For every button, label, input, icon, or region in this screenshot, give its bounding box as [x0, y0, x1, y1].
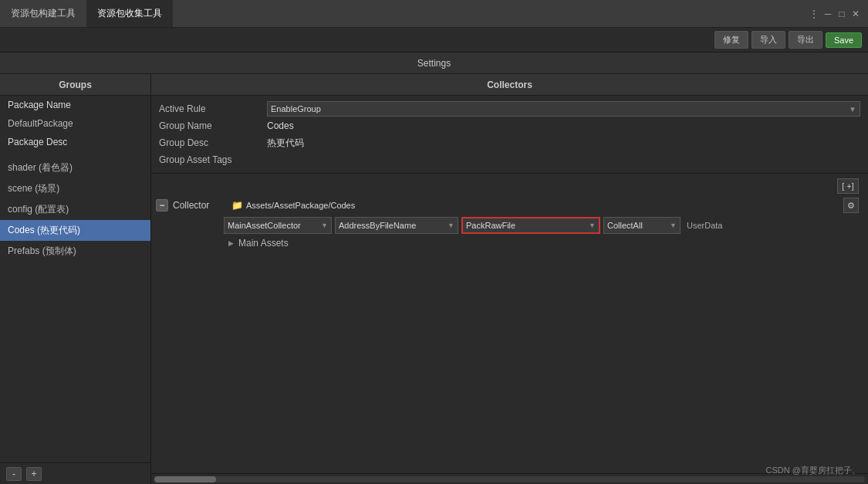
sidebar: Groups Package Name DefaultPackage Packa…: [0, 74, 151, 484]
sidebar-item-shader[interactable]: shader (着色器): [0, 157, 150, 178]
collector-path-text: Assets/AssetPackage/Codes: [246, 201, 355, 210]
group-desc-row: Group Desc 热更代码: [151, 134, 868, 151]
group-desc-value: 热更代码: [267, 137, 860, 150]
triangle-icon: ▶: [228, 239, 234, 247]
sidebar-item-package-name-label: Package Name: [0, 96, 150, 114]
tab-asset-collect[interactable]: 资源包收集工具: [86, 0, 173, 27]
collector-section: [ +] − Collector 📁 Assets/AssetPackage/C…: [151, 174, 868, 473]
collector-label: Collector: [173, 200, 227, 211]
properties-area: Active Rule EnableGroup ▼ Group Name Cod…: [151, 96, 868, 174]
collector-dropdowns: MainAssetCollector ▼ AddressByFileName ▼…: [151, 215, 868, 235]
group-desc-label: Group Desc: [159, 137, 267, 148]
folder-icon: 📁: [231, 200, 243, 211]
collector-address-arrow: ▼: [448, 222, 454, 229]
sidebar-footer: - +: [0, 462, 150, 484]
active-rule-row: Active Rule EnableGroup ▼: [151, 100, 868, 117]
collector-pack-arrow: ▼: [589, 222, 596, 229]
group-asset-tags-label: Group Asset Tags: [159, 154, 267, 165]
collector-gear-btn[interactable]: ⚙: [843, 198, 859, 213]
active-rule-select[interactable]: EnableGroup ▼: [267, 101, 860, 117]
maximize-icon[interactable]: □: [836, 8, 848, 20]
collector-type-value: MainAssetCollector: [228, 221, 301, 230]
sidebar-item-scene[interactable]: scene (场景): [0, 178, 150, 199]
export-button[interactable]: 导出: [789, 31, 822, 49]
collector-collect-arrow: ▼: [670, 222, 677, 229]
collector-controls: [ +]: [151, 177, 868, 195]
main-content: Groups Package Name DefaultPackage Packa…: [0, 74, 868, 484]
active-rule-value: EnableGroup: [271, 104, 321, 113]
collector-address-value: AddressByFileName: [339, 221, 416, 230]
sidebar-list: Package Name DefaultPackage Package Desc…: [0, 96, 150, 462]
watermark: CSDN @育婴房扛把子、: [766, 465, 860, 476]
collector-header-row: − Collector 📁 Assets/AssetPackage/Codes …: [151, 195, 868, 215]
sidebar-separator: [0, 151, 150, 157]
import-button[interactable]: 导入: [751, 31, 785, 49]
collector-pack-select[interactable]: PackRawFile ▼: [461, 217, 600, 234]
scrollbar-thumb[interactable]: [154, 476, 216, 482]
active-rule-label: Active Rule: [159, 103, 267, 114]
tab-asset-build[interactable]: 资源包构建工具: [0, 0, 86, 27]
scrollbar-track: [154, 476, 865, 482]
menu-icon[interactable]: ⋮: [808, 8, 820, 20]
collector-address-select[interactable]: AddressByFileName ▼: [335, 217, 458, 234]
collector-collect-select[interactable]: CollectAll ▼: [603, 217, 681, 234]
sidebar-item-config[interactable]: config (配置表): [0, 199, 150, 220]
minimize-icon[interactable]: ─: [822, 8, 834, 20]
sub-item-label: Main Assets: [238, 238, 289, 249]
collector-type-select[interactable]: MainAssetCollector ▼: [224, 217, 332, 234]
active-rule-arrow: ▼: [849, 105, 856, 113]
sidebar-item-default-package[interactable]: DefaultPackage: [0, 114, 150, 133]
fix-button[interactable]: 修复: [714, 31, 748, 49]
collector-minus-btn[interactable]: −: [156, 199, 168, 212]
sidebar-item-package-desc-label: Package Desc: [0, 133, 150, 151]
collector-userdata: UserData: [684, 221, 725, 230]
sidebar-item-prefabs[interactable]: Prefabs (预制体): [0, 241, 150, 262]
collector-path: 📁 Assets/AssetPackage/Codes: [231, 200, 839, 211]
save-button[interactable]: Save: [826, 32, 862, 48]
collector-add-btn[interactable]: [ +]: [837, 178, 859, 194]
right-panel: Collectors Active Rule EnableGroup ▼ Gro…: [151, 74, 868, 484]
group-name-value: Codes: [267, 120, 860, 131]
sidebar-add-btn[interactable]: +: [26, 467, 42, 481]
bottom-scrollbar[interactable]: [151, 473, 868, 484]
group-name-label: Group Name: [159, 120, 267, 131]
collector-pack-value: PackRawFile: [466, 221, 515, 230]
sidebar-remove-btn[interactable]: -: [6, 467, 22, 481]
sidebar-header: Groups: [0, 74, 150, 96]
group-name-row: Group Name Codes: [151, 117, 868, 134]
collectors-header: Collectors: [151, 74, 868, 96]
group-asset-tags-row: Group Asset Tags: [151, 151, 868, 168]
toolbar: 修复 导入 导出 Save: [0, 28, 868, 52]
collector-collect-value: CollectAll: [607, 221, 643, 230]
collector-sub-item[interactable]: ▶ Main Assets: [151, 235, 868, 251]
sidebar-item-codes[interactable]: Codes (热更代码): [0, 220, 150, 241]
title-bar: 资源包构建工具 资源包收集工具 ⋮ ─ □ ✕: [0, 0, 868, 28]
collector-type-arrow: ▼: [321, 222, 328, 229]
settings-header: Settings: [0, 52, 868, 74]
close-icon[interactable]: ✕: [849, 8, 862, 20]
title-bar-controls: ⋮ ─ □ ✕: [808, 8, 868, 20]
